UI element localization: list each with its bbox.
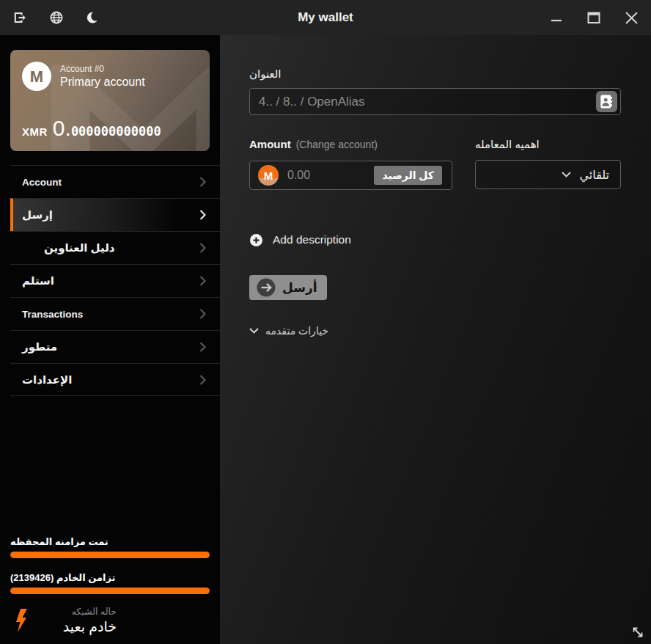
chevron-right-icon <box>199 309 206 320</box>
send-page: العنوان Amount (Change account) اهميه ال… <box>220 35 651 644</box>
balance-integer: 0. <box>53 116 71 141</box>
all-balance-button[interactable]: كل الرصيد <box>374 166 442 185</box>
globe-icon[interactable] <box>49 10 64 25</box>
network-status[interactable]: حاله الشبكه خادم بعيد <box>10 606 210 635</box>
lightning-bolt-icon <box>15 609 28 632</box>
chevron-down-icon <box>249 328 259 334</box>
sidebar-item-send[interactable]: إرسل <box>10 198 220 231</box>
monero-logo-icon: M <box>22 62 51 91</box>
sidebar: M Account #0 Primary account XMR 0. 0000… <box>0 35 220 644</box>
minimize-button[interactable] <box>549 10 564 25</box>
priority-label: اهميه المعامله <box>475 138 540 151</box>
add-description-button[interactable]: Add description <box>250 233 351 246</box>
priority-dropdown[interactable]: تلقائي <box>475 160 621 189</box>
sidebar-item-receive[interactable]: استلم <box>10 264 220 297</box>
monero-coin-icon: M <box>258 165 279 186</box>
send-button-label: أرسل <box>282 280 317 296</box>
sidebar-item-label: Transactions <box>22 309 83 320</box>
sidebar-item-transactions[interactable]: Transactions <box>10 297 220 330</box>
account-index: Account #0 <box>60 64 145 75</box>
contact-book-icon <box>598 93 615 110</box>
titlebar: My wallet <box>0 0 651 35</box>
titlebar-left-icons <box>0 10 100 25</box>
balance-currency: XMR <box>22 125 48 138</box>
advanced-options-label: خيارات متقدمه <box>265 325 328 337</box>
svg-text:M: M <box>264 169 273 182</box>
moon-icon[interactable] <box>86 10 100 25</box>
window-controls <box>549 10 651 25</box>
sidebar-menu: Account إرسل دليل العناوين استلم Transac… <box>0 165 220 396</box>
sidebar-item-settings[interactable]: الإعدادات <box>10 363 220 396</box>
address-field <box>249 88 621 115</box>
daemon-sync-label: تزامن الخادم (2139426) <box>10 572 115 583</box>
sidebar-item-label: استلم <box>22 274 54 288</box>
amount-label: Amount <box>249 138 291 150</box>
chevron-right-icon <box>199 276 206 287</box>
amount-field: M كل الرصيد <box>249 161 452 190</box>
priority-selected-value: تلقائي <box>579 168 609 182</box>
sidebar-status: تمت مزامنه المحفظه تزامن الخادم (2139426… <box>10 536 210 635</box>
sidebar-item-label: دليل العناوين <box>44 241 114 255</box>
network-status-value: خادم بعيد <box>39 618 117 635</box>
sidebar-item-label: إرسل <box>22 208 53 222</box>
arrow-right-circle-icon <box>257 278 276 297</box>
chevron-right-icon <box>199 177 206 188</box>
plus-circle-icon <box>250 234 262 246</box>
maximize-button[interactable] <box>586 10 601 25</box>
account-balance: XMR 0. 000000000000 <box>22 116 198 141</box>
address-book-button[interactable] <box>596 91 617 112</box>
app-body: M Account #0 Primary account XMR 0. 0000… <box>0 35 651 644</box>
daemon-sync-progressbar <box>10 588 210 594</box>
sidebar-item-account[interactable]: Account <box>10 165 220 198</box>
balance-fraction: 000000000000 <box>71 124 161 139</box>
chevron-right-icon <box>199 210 206 221</box>
change-account-link[interactable]: (Change account) <box>296 139 378 150</box>
add-description-label: Add description <box>273 233 351 246</box>
account-card[interactable]: M Account #0 Primary account XMR 0. 0000… <box>10 50 210 151</box>
account-name: Primary account <box>60 75 145 89</box>
resize-handle-icon[interactable] <box>631 626 644 639</box>
svg-text:M: M <box>30 67 43 86</box>
send-button[interactable]: أرسل <box>249 275 327 300</box>
sidebar-item-address-book[interactable]: دليل العناوين <box>10 231 220 264</box>
chevron-down-icon <box>562 172 571 178</box>
address-input[interactable] <box>250 95 596 109</box>
advanced-options-toggle[interactable]: خيارات متقدمه <box>249 325 328 337</box>
logout-icon[interactable] <box>12 10 27 25</box>
daemon-sync-progress-fill <box>10 588 210 594</box>
close-button[interactable] <box>624 10 639 25</box>
wallet-sync-progressbar <box>10 552 210 558</box>
sidebar-item-label: Account <box>22 177 62 188</box>
wallet-sync-label: تمت مزامنه المحفظه <box>10 536 108 547</box>
chevron-right-icon <box>199 243 206 254</box>
sidebar-item-label: الإعدادات <box>22 373 72 387</box>
network-status-title: حاله الشبكه <box>39 606 117 617</box>
sidebar-item-advanced[interactable]: متطور <box>10 330 220 363</box>
address-label: العنوان <box>249 67 281 81</box>
wallet-sync-progress-fill <box>10 552 210 558</box>
amount-input[interactable] <box>279 169 374 182</box>
chevron-right-icon <box>199 374 206 385</box>
sidebar-item-label: متطور <box>22 340 57 354</box>
chevron-right-icon <box>199 342 206 353</box>
